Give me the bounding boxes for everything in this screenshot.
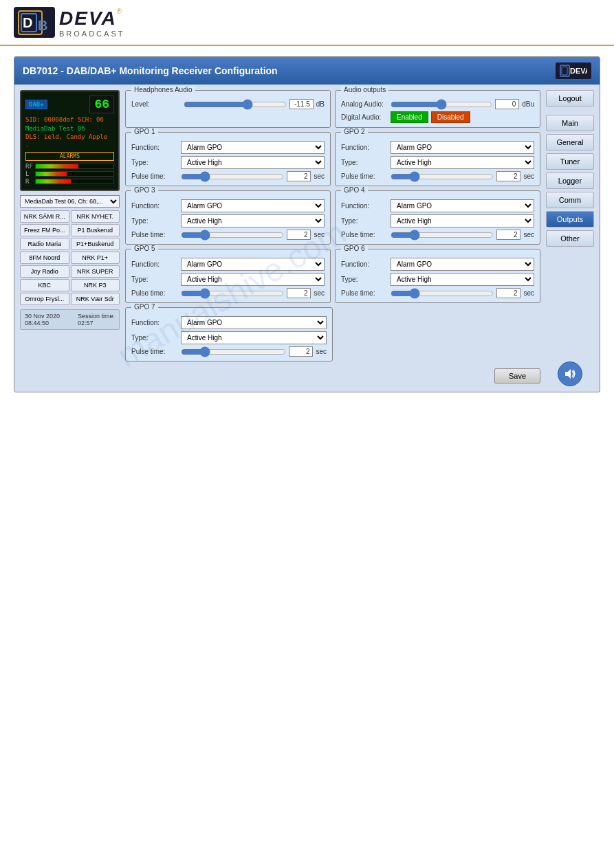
station-btn-8[interactable]: Joy Radio xyxy=(20,265,69,278)
dab-label: DAB+ xyxy=(29,101,44,108)
svg-marker-7 xyxy=(565,369,571,379)
station-btn-11[interactable]: NRK P3 xyxy=(71,279,120,291)
station-btn-10[interactable]: KBC xyxy=(20,279,69,291)
gpo1-type-select[interactable]: Active High xyxy=(181,156,325,169)
gpo7-pulse-label: Pulse time: xyxy=(131,348,178,355)
digital-enabled-button[interactable]: Enabled xyxy=(391,111,428,123)
logout-button[interactable]: Logout xyxy=(546,90,594,107)
gpo7-function-row: Function: Alarm GPO xyxy=(131,316,327,329)
page-header: D B DEVA ® BROADCAST xyxy=(0,0,614,46)
gpo5-pulse-row: Pulse time: 2 sec xyxy=(131,288,325,298)
station-btn-5[interactable]: P1+Buskerud xyxy=(71,238,120,250)
gpo3-type-select[interactable]: Active High xyxy=(181,214,325,227)
gpo4-pulse-label: Pulse time: xyxy=(341,231,388,238)
display-top: DAB+ 66 xyxy=(25,96,114,113)
comm-nav-button[interactable]: Comm xyxy=(546,192,594,208)
gpo4-function-select[interactable]: Alarm GPO xyxy=(391,199,534,212)
date-display: 30 Nov 2020 08:44:50 xyxy=(25,313,60,326)
headphones-level-unit: dB xyxy=(316,100,325,108)
deva-wordmark: DEVA xyxy=(59,8,117,30)
volume-icon xyxy=(564,368,576,380)
gpo4-pulse-row: Pulse time: 2 sec xyxy=(341,230,534,240)
gpo1-type-row: Type: Active High xyxy=(131,156,325,169)
display-info: SID: 00008dof SCH: 06 MediaDab Test 06 D… xyxy=(25,115,114,150)
nav-spacer xyxy=(546,249,594,359)
volume-button[interactable] xyxy=(558,361,582,386)
station-select-dropdown[interactable]: MediaDab Test 06, Ch: 68,... xyxy=(20,195,120,208)
gpo2-function-select[interactable]: Alarm GPO xyxy=(391,141,534,154)
analog-audio-slider[interactable] xyxy=(391,100,492,109)
station-btn-12[interactable]: Omrop Frysl... xyxy=(20,293,69,305)
right-panel: Logout Main General Tuner Logger Comm Ou… xyxy=(546,90,594,386)
gpo4-pulse-slider[interactable] xyxy=(391,230,494,240)
gpo1-pulse-slider[interactable] xyxy=(181,172,284,181)
config-title: DB7012 - DAB/DAB+ Monitoring Receiver Co… xyxy=(23,65,278,76)
gpo3-pulse-slider[interactable] xyxy=(181,230,284,240)
gpo2-label: GPO 2 xyxy=(341,128,368,135)
gpo5-content: Function: Alarm GPO Type: Active High xyxy=(131,258,325,298)
l-meter-row: L xyxy=(25,170,114,177)
gpo6-type-label: Type: xyxy=(341,276,388,283)
gpo5-pulse-slider[interactable] xyxy=(181,289,284,298)
headphones-level-value: -11.5 xyxy=(289,99,314,109)
gpo3-function-select[interactable]: Alarm GPO xyxy=(181,199,325,212)
svg-text:D: D xyxy=(23,15,32,30)
gpo7-type-label: Type: xyxy=(131,334,178,342)
station-btn-13[interactable]: NRK Vær Sdr xyxy=(71,293,120,305)
gpo1-pulse-row: Pulse time: 2 sec xyxy=(131,171,325,181)
gpo7-pulse-slider[interactable] xyxy=(181,347,286,357)
gpo7-pulse-value: 2 xyxy=(289,346,313,357)
gpo1-function-select[interactable]: Alarm GPO xyxy=(181,141,325,154)
gpo6-function-select[interactable]: Alarm GPO xyxy=(391,258,534,271)
gpo6-pulse-slider[interactable] xyxy=(391,289,494,298)
gpo5-pulse-label: Pulse time: xyxy=(131,289,178,297)
station-btn-0[interactable]: NRK SÁMI R... xyxy=(20,210,69,223)
digital-disabled-button[interactable]: Disabled xyxy=(431,111,470,123)
other-nav-button[interactable]: Other xyxy=(546,230,594,247)
station-btn-7[interactable]: NRK P1+ xyxy=(71,252,120,264)
gpo7-type-select[interactable]: Active High xyxy=(181,331,327,344)
gpo6-sec-label: sec xyxy=(523,289,534,297)
deva-small-logo: DEVA xyxy=(556,63,591,79)
gpo2-pulse-slider[interactable] xyxy=(391,172,494,181)
logo-text: DEVA ® BROADCAST xyxy=(59,8,124,38)
station-btn-1[interactable]: NRK NYHET. xyxy=(71,210,120,223)
station-select-container[interactable]: MediaDab Test 06, Ch: 68,... xyxy=(20,195,120,208)
media-label: MediaDab Test 06 xyxy=(25,124,114,133)
gpo3-type-label: Type: xyxy=(131,217,178,225)
save-button[interactable]: Save xyxy=(494,368,540,383)
r-label: R xyxy=(25,178,32,185)
gpo6-pulse-label: Pulse time: xyxy=(341,289,388,297)
tuner-nav-button[interactable]: Tuner xyxy=(546,153,594,170)
alarms-label: ALARMS xyxy=(25,152,114,161)
main-nav-button[interactable]: Main xyxy=(546,115,594,131)
gpo4-type-select[interactable]: Active High xyxy=(391,214,534,227)
device-display: DAB+ 66 SID: 00008dof SCH: 06 MediaDab T… xyxy=(20,90,120,191)
station-btn-9[interactable]: NRK SUPER xyxy=(71,265,120,278)
gpo3-sec-label: sec xyxy=(314,231,325,238)
general-nav-button[interactable]: General xyxy=(546,134,594,151)
gpo6-type-select[interactable]: Active High xyxy=(391,273,534,286)
volume-container xyxy=(546,361,594,386)
gpo1-sec-label: sec xyxy=(314,173,325,180)
gpo5-sec-label: sec xyxy=(314,289,325,297)
gpo3-section: GPO 3 Function: Alarm GPO Type: xyxy=(125,190,331,245)
gpo2-type-select[interactable]: Active High xyxy=(391,156,534,169)
gpo3-content: Function: Alarm GPO Type: Active High xyxy=(131,199,325,240)
station-btn-4[interactable]: Radio Maria xyxy=(20,238,69,250)
gpo3-pulse-label: Pulse time: xyxy=(131,231,178,238)
logger-nav-button[interactable]: Logger xyxy=(546,173,594,189)
station-btn-2[interactable]: Freez FM Po... xyxy=(20,224,69,236)
gpo2-section: GPO 2 Function: Alarm GPO Type: xyxy=(335,132,540,186)
gpo1-pulse-value: 2 xyxy=(287,171,311,181)
gpo1-function-label: Function: xyxy=(131,144,178,151)
station-btn-6[interactable]: 8FM Noord xyxy=(20,252,69,264)
outputs-nav-button[interactable]: Outputs xyxy=(546,211,594,227)
gpo5-type-select[interactable]: Active High xyxy=(181,273,325,286)
gpo5-function-select[interactable]: Alarm GPO xyxy=(181,258,325,271)
gpo6-pulse-row: Pulse time: 2 sec xyxy=(341,288,534,298)
headphones-level-slider[interactable] xyxy=(184,100,287,109)
station-btn-3[interactable]: P1 Buskerud xyxy=(71,224,120,236)
gpo1-pulse-label: Pulse time: xyxy=(131,173,178,180)
gpo7-function-select[interactable]: Alarm GPO xyxy=(181,316,327,329)
